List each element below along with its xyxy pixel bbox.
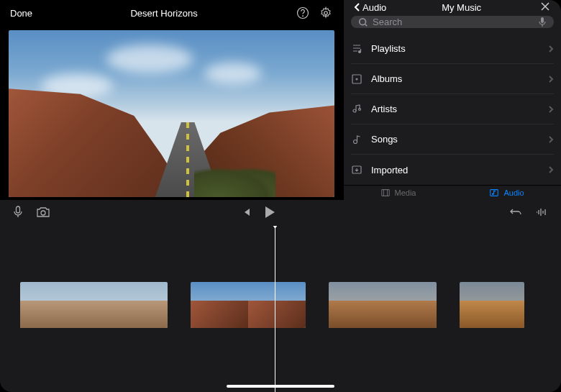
audio-panel: Audio My Music Playlists: [343, 0, 561, 200]
clip-frame: [248, 282, 306, 328]
settings-button[interactable]: [319, 6, 333, 20]
song-icon: [351, 134, 362, 145]
panel-tabbar: Media Audio: [344, 185, 561, 200]
menu-label: Imported: [371, 165, 539, 176]
skip-back-icon: [241, 207, 251, 217]
preview-vegetation: [194, 167, 275, 197]
chevron-right-icon: [548, 105, 554, 114]
svg-rect-4: [541, 17, 544, 23]
waveform-icon: [535, 207, 548, 217]
back-label: Audio: [362, 2, 386, 13]
toolbar-right: [509, 207, 548, 219]
panel-header: Audio My Music: [344, 0, 561, 14]
imported-icon: [351, 164, 362, 176]
artist-icon: [351, 104, 362, 115]
search-input[interactable]: [373, 17, 534, 27]
svg-point-2: [324, 12, 328, 15]
menu-label: Songs: [371, 134, 539, 145]
menu-label: Playlists: [371, 43, 539, 54]
clip-frame: [119, 282, 168, 328]
menu-label: Albums: [371, 73, 539, 84]
preview-header: Done Desert Horizons: [0, 0, 343, 26]
menu-item-imported[interactable]: Imported: [351, 155, 554, 185]
tab-label: Media: [395, 188, 416, 197]
project-title: Desert Horizons: [32, 8, 296, 19]
clip-frame: [383, 282, 437, 328]
chevron-right-icon: [548, 75, 554, 83]
chevron-right-icon: [548, 165, 554, 174]
tab-audio[interactable]: Audio: [452, 186, 561, 200]
done-button[interactable]: Done: [10, 8, 32, 19]
chevron-right-icon: [548, 45, 554, 53]
clip-2[interactable]: [191, 282, 306, 328]
svg-point-1: [303, 16, 304, 17]
media-icon: [380, 188, 391, 198]
imovie-app: Done Desert Horizons: [0, 0, 561, 392]
clip-frame: [20, 282, 69, 328]
playhead[interactable]: [275, 226, 275, 392]
clip-4[interactable]: [460, 282, 524, 328]
playlist-icon: [351, 43, 362, 55]
svg-point-10: [354, 140, 357, 143]
skip-back-button[interactable]: [241, 207, 251, 219]
menu-label: Artists: [371, 104, 539, 114]
undo-button[interactable]: [509, 207, 522, 219]
playback-toolbar: [0, 200, 561, 226]
clips-row: [0, 282, 561, 328]
clip-3[interactable]: [329, 282, 437, 328]
help-icon: [296, 6, 309, 19]
svg-rect-12: [381, 190, 389, 196]
chevron-left-icon: [354, 2, 361, 12]
video-preview[interactable]: [9, 30, 334, 197]
preview-pane: Done Desert Horizons: [0, 0, 343, 200]
svg-point-8: [353, 109, 356, 112]
search-icon: [358, 17, 368, 27]
play-button[interactable]: [264, 206, 275, 221]
svg-rect-6: [352, 75, 361, 83]
gear-icon: [319, 6, 332, 19]
menu-item-songs[interactable]: Songs: [351, 124, 554, 155]
svg-point-3: [360, 19, 366, 25]
menu-item-albums[interactable]: Albums: [351, 64, 554, 94]
play-icon: [264, 206, 275, 219]
clip-frame: [191, 282, 248, 328]
audio-icon: [489, 188, 499, 198]
close-panel-button[interactable]: [539, 1, 551, 14]
top-area: Done Desert Horizons: [0, 0, 561, 200]
close-icon: [539, 1, 551, 12]
timeline[interactable]: [0, 226, 561, 392]
toolbar-center: [7, 206, 509, 221]
dictation-icon[interactable]: [538, 17, 547, 28]
back-button[interactable]: Audio: [354, 2, 386, 13]
svg-point-7: [356, 78, 357, 80]
album-icon: [351, 73, 362, 85]
menu-item-artists[interactable]: Artists: [351, 94, 554, 124]
clip-frame: [329, 282, 383, 328]
home-indicator[interactable]: [227, 385, 334, 388]
panel-title: My Music: [386, 2, 539, 13]
preview-cloud: [106, 45, 193, 73]
search-bar[interactable]: [351, 16, 554, 28]
menu-item-playlists[interactable]: Playlists: [351, 34, 554, 64]
tab-label: Audio: [503, 188, 524, 197]
help-button[interactable]: [296, 6, 310, 20]
clip-frame: [69, 282, 118, 328]
tab-media[interactable]: Media: [344, 186, 452, 200]
clip-frame: [460, 282, 524, 328]
waveform-button[interactable]: [535, 207, 548, 219]
undo-icon: [509, 207, 522, 217]
preview-cloud: [204, 63, 262, 84]
header-icons: [296, 6, 333, 20]
clip-1[interactable]: [20, 282, 168, 328]
music-categories: Playlists Albums Artists: [344, 34, 561, 185]
chevron-right-icon: [548, 135, 554, 144]
